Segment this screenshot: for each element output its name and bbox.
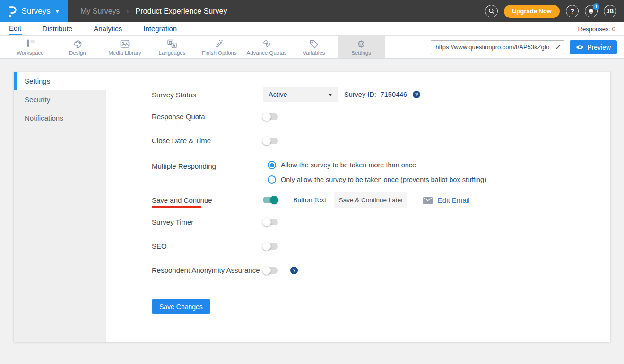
survey-url-input[interactable]: [431, 43, 552, 51]
gear-icon: [355, 39, 367, 49]
seo-label: SEO: [152, 242, 263, 250]
sidebar-item-notifications[interactable]: Notifications: [14, 109, 106, 127]
search-button[interactable]: [485, 5, 498, 17]
toolbar-item-label: Media Library: [108, 50, 141, 56]
sidebar-item-security[interactable]: Security: [14, 90, 106, 109]
survey-status-value: Active: [269, 91, 287, 98]
multiple-responding-label: Multiple Responding: [152, 162, 263, 170]
survey-timer-label: Survey Timer: [152, 218, 263, 226]
button-text-label: Button Text: [293, 196, 326, 204]
toggle-knob: [262, 137, 271, 145]
radio-label: Allow the survey to be taken more than o…: [281, 161, 416, 169]
preview-button[interactable]: Preview: [570, 40, 617, 54]
translate-icon: [166, 39, 178, 49]
save-and-continue-label-text: Save and Continue: [152, 196, 212, 204]
close-date-row: Close Date & Time: [152, 137, 567, 145]
tab-distribute[interactable]: Distribute: [42, 24, 73, 34]
wand-icon: [214, 39, 225, 49]
toolbar-item-media-library[interactable]: Media Library: [101, 36, 148, 58]
response-quota-row: Response Quota: [152, 113, 567, 121]
toolbar-item-label: Design: [69, 50, 86, 56]
toolbar-item-advance-quotas[interactable]: Advance Quotas: [243, 36, 290, 58]
toolbar-item-label: Finish Options: [202, 50, 237, 56]
edit-email-link[interactable]: Edit Email: [438, 196, 470, 204]
chevron-down-icon: ▼: [55, 9, 60, 14]
toolbar-item-variables[interactable]: Variables: [290, 36, 338, 58]
palette-icon: [72, 39, 83, 49]
respondent-anonymity-help-icon[interactable]: ?: [290, 267, 298, 274]
toolbar-item-label: Variables: [303, 50, 325, 56]
tab-edit[interactable]: Edit: [9, 23, 22, 35]
button-text-input[interactable]: [334, 192, 407, 208]
survey-status-label: Survey Status: [152, 91, 263, 99]
envelope-icon: [423, 196, 433, 204]
product-name: Surveys: [21, 7, 50, 16]
respondent-anonymity-toggle[interactable]: [263, 267, 278, 274]
edit-toolbar: Workspace Design Media Library Languages: [0, 36, 624, 59]
toggle-knob: [270, 196, 278, 204]
eye-icon: [576, 44, 584, 50]
avatar-initials: JB: [607, 8, 614, 15]
breadcrumb-my-surveys[interactable]: My Surveys: [80, 7, 120, 16]
notifications-button[interactable]: 1: [585, 5, 598, 17]
sidebar-item-label: Notifications: [25, 114, 63, 122]
save-and-continue-toggle[interactable]: [263, 197, 278, 203]
settings-card: Settings Security Notifications Survey S…: [14, 72, 610, 342]
product-switcher[interactable]: Surveys ▼: [0, 0, 68, 22]
seo-toggle[interactable]: [263, 243, 278, 250]
toolbar-item-design[interactable]: Design: [54, 36, 101, 58]
radio-allow-multiple[interactable]: Allow the survey to be taken more than o…: [263, 161, 486, 169]
breadcrumb: My Surveys › Product Experience Survey: [80, 7, 227, 16]
questionpro-logo-icon: [8, 5, 17, 17]
toolbar-item-workspace[interactable]: Workspace: [7, 36, 54, 58]
content-area: Settings Security Notifications Survey S…: [0, 59, 624, 351]
preview-label: Preview: [587, 43, 611, 51]
seo-row: SEO: [152, 242, 567, 250]
close-date-toggle[interactable]: [263, 138, 278, 144]
sidebar-item-label: Security: [25, 95, 50, 104]
notification-count-badge: 1: [593, 3, 599, 10]
radio-only-once[interactable]: Only allow the survey to be taken once (…: [263, 175, 486, 184]
settings-form: Survey Status Active ▼ Survey ID: 715044…: [106, 72, 610, 342]
tag-icon: [308, 39, 320, 49]
edit-url-button[interactable]: [552, 41, 564, 54]
toggle-knob: [262, 113, 271, 121]
multiple-responding-options: Allow the survey to be taken more than o…: [263, 161, 486, 184]
breadcrumb-separator: ›: [127, 7, 129, 15]
tab-analytics[interactable]: Analytics: [93, 24, 122, 34]
toolbar-item-finish-options[interactable]: Finish Options: [196, 36, 243, 58]
radio-label: Only allow the survey to be taken once (…: [281, 176, 486, 183]
close-date-label: Close Date & Time: [152, 137, 263, 145]
topbar-actions: Upgrade Now ? 1 JB: [485, 5, 624, 18]
respondent-anonymity-row: Respondent Anonymity Assurance ?: [152, 266, 567, 274]
save-changes-button[interactable]: Save Changes: [152, 299, 210, 314]
top-bar: Surveys ▼ My Surveys › Product Experienc…: [0, 0, 624, 22]
tab-integration[interactable]: Integration: [143, 24, 177, 34]
survey-timer-toggle[interactable]: [263, 219, 278, 225]
survey-id-value: 7150446: [381, 91, 407, 98]
save-and-continue-row: Save and Continue Button Text Edit Email: [152, 192, 567, 208]
sidebar-item-settings[interactable]: Settings: [14, 72, 106, 90]
radio-unselected-icon: [268, 175, 276, 184]
survey-status-row: Survey Status Active ▼ Survey ID: 715044…: [152, 87, 567, 102]
multiple-responding-row: Multiple Responding Allow the survey to …: [152, 161, 567, 184]
survey-id-help-icon[interactable]: ?: [413, 91, 420, 98]
toolbar-item-languages[interactable]: Languages: [148, 36, 196, 58]
red-highlight-underline: [152, 206, 201, 208]
response-quota-toggle[interactable]: [263, 113, 278, 120]
avatar[interactable]: JB: [604, 5, 616, 17]
help-button[interactable]: ?: [566, 5, 579, 17]
toolbar-item-settings[interactable]: Settings: [338, 36, 385, 58]
toggle-knob: [262, 242, 271, 251]
chain-links-icon: [261, 39, 272, 49]
pencil-icon: [555, 44, 561, 51]
respondent-anonymity-label: Respondent Anonymity Assurance: [152, 266, 263, 274]
survey-id-label: Survey ID:: [344, 91, 376, 98]
workspace-icon: [25, 39, 36, 49]
survey-status-select[interactable]: Active ▼: [263, 87, 338, 102]
response-quota-label: Response Quota: [152, 113, 263, 121]
chevron-down-icon: ▼: [328, 92, 333, 97]
upgrade-now-button[interactable]: Upgrade Now: [504, 5, 560, 18]
toggle-knob: [262, 266, 271, 275]
edit-email-group[interactable]: Edit Email: [423, 196, 470, 204]
